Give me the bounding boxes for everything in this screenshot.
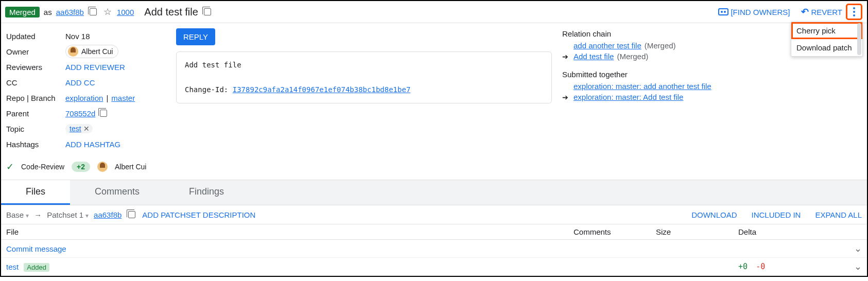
tab-files[interactable]: Files [1,180,70,205]
commit-hash-link[interactable]: aa63f8b [56,8,84,16]
copy-title-icon[interactable] [202,7,213,17]
add-patchset-description-button[interactable]: ADD PATCHSET DESCRIPTION [142,210,255,219]
submitted-together-heading: Submitted together [562,70,758,79]
owner-chip[interactable]: Albert Cui [65,45,118,58]
updated-value: Nov 18 [65,32,90,41]
file-table-header: File Comments Size Delta [1,224,867,240]
branch-link[interactable]: master [111,94,135,102]
copy-parent-icon[interactable] [98,108,109,118]
as-label: as [44,8,52,16]
tab-findings[interactable]: Findings [164,180,249,205]
reviewers-label: Reviewers [6,63,65,72]
submitted-item: exploration: master: Add test file [562,93,758,101]
metadata-column: Updated Nov 18 Owner Albert Cui Reviewer… [6,28,166,172]
code-review-label: Code-Review [21,163,64,171]
parent-hash-link[interactable]: 708552d [65,109,95,118]
expand-all-button[interactable]: EXPAND ALL [815,210,862,219]
message-column: REPLY Add test file Change-Id: I37892c9a… [176,28,552,172]
expand-row-icon[interactable] [841,261,862,272]
delta-added: +0 [738,262,748,271]
arrow-right-icon [34,210,42,219]
col-delta: Delta [738,227,841,236]
change-header: Merged as aa63f8b 1000 Add test file [FI… [1,1,867,23]
add-cc-button[interactable]: ADD CC [65,78,95,87]
col-file: File [6,227,574,236]
relation-chain-heading: Relation chain [562,29,758,38]
submitted-link[interactable]: exploration: master: add another test fi… [574,82,711,91]
hashtags-label: Hashtags [6,140,65,149]
avatar [68,46,78,57]
caret-down-icon [26,210,29,219]
file-row: test Added +0 -0 [1,258,867,276]
file-link[interactable]: test [6,262,19,271]
star-icon[interactable] [102,7,113,17]
revert-label: REVERT [811,8,842,16]
relation-status: (Merged) [645,41,676,50]
patchset-label: Patchset 1 [47,210,83,219]
parent-label: Parent [6,109,65,118]
col-comments: Comments [574,227,656,236]
relation-link[interactable]: add another test file [574,41,641,50]
find-owners-label: [FIND OWNERS] [731,8,790,16]
base-label: Base [6,210,24,219]
find-owners-button[interactable]: [FIND OWNERS] [718,8,790,16]
topic-remove-icon[interactable]: ✕ [83,125,90,133]
reply-button[interactable]: REPLY [176,28,215,45]
change-id-link[interactable]: I37892c9afa2a14f0967e1ef074b38bc1bd8e1be… [233,85,411,94]
owner-name: Albert Cui [81,47,113,56]
updated-label: Updated [6,32,65,41]
included-in-button[interactable]: INCLUDED IN [752,210,801,219]
dropdown-scrollbar[interactable] [857,23,861,55]
patchset-bar: Base Patchset 1 aa63f8b ADD PATCHSET DES… [1,205,867,224]
revert-button[interactable]: REVERT [801,6,842,17]
change-number-link[interactable]: 1000 [117,8,134,16]
commit-message-box: Add test file Change-Id: I37892c9afa2a14… [176,51,552,103]
revert-arrow-icon [801,6,809,17]
vote-chip: +2 [72,162,90,172]
more-actions-kebab[interactable] [846,4,862,20]
added-badge: Added [24,263,49,272]
expand-row-icon[interactable] [841,243,862,254]
menu-item-cherry-pick[interactable]: Cherry pick [791,22,862,39]
more-actions-menu: Cherry pick Download patch [791,22,863,57]
check-icon: ✓ [6,161,14,172]
menu-item-download-patch[interactable]: Download patch [791,39,862,56]
file-row: Commit message [1,240,867,258]
labels-row: ✓ Code-Review +2 Albert Cui [6,161,166,172]
tab-bar: Files Comments Findings [1,180,867,205]
patchset-hash-link[interactable]: aa63f8b [94,210,121,219]
file-link[interactable]: Commit message [6,244,66,253]
relation-link[interactable]: Add test file [574,52,614,61]
submitted-link[interactable]: exploration: master: Add test file [574,93,683,101]
tab-comments[interactable]: Comments [70,180,164,205]
base-selector[interactable]: Base [6,210,29,219]
col-size: Size [656,227,738,236]
voter-avatar [97,162,108,172]
relation-column: Relation chain add another test file (Me… [562,28,758,172]
download-button[interactable]: DOWNLOAD [691,210,737,219]
topic-chip: test ✕ [65,124,93,133]
topic-label: Topic [6,125,65,133]
caret-down-icon [85,210,89,219]
change-body: Updated Nov 18 Owner Albert Cui Reviewer… [1,23,867,180]
robot-icon [718,8,728,15]
pipe: | [106,94,108,102]
add-reviewer-button[interactable]: ADD REVIEWER [65,63,125,72]
relation-item: Add test file (Merged) [562,52,758,61]
voter-name: Albert Cui [115,163,146,171]
submitted-item: exploration: master: add another test fi… [562,82,758,91]
repo-link[interactable]: exploration [65,94,103,102]
cc-label: CC [6,78,65,87]
patchset-selector[interactable]: Patchset 1 [47,210,89,219]
status-badge: Merged [5,7,40,17]
copy-patchset-hash-icon[interactable] [127,209,137,220]
relation-item: add another test file (Merged) [562,41,758,50]
repo-branch-label: Repo | Branch [6,94,65,102]
add-hashtag-button[interactable]: ADD HASHTAG [65,140,120,149]
arrow-icon [562,93,570,101]
copy-hash-icon[interactable] [88,7,98,17]
change-title: Add test file [144,6,198,18]
delta-deleted: -0 [756,262,765,271]
commit-subject: Add test file [185,61,241,69]
topic-link[interactable]: test [70,125,81,133]
